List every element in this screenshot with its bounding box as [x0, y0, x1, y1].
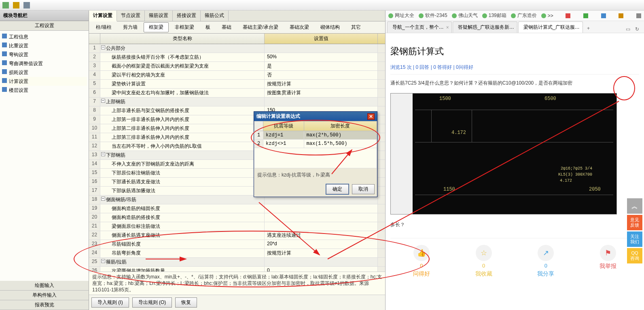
- export-rule-button[interactable]: 导出规则 (O): [132, 297, 172, 308]
- bookmark-item[interactable]: >>: [541, 13, 553, 19]
- toolbar-icon[interactable]: [636, 13, 642, 19]
- browser-tab[interactable]: 导航_一个主页，整个…×: [387, 21, 452, 33]
- cancel-button[interactable]: 取消: [352, 184, 375, 194]
- secondary-tab[interactable]: 基础: [216, 22, 237, 32]
- secondary-tab[interactable]: 非框架梁: [169, 22, 199, 32]
- nav-tree-item[interactable]: 工程信息: [2, 32, 87, 41]
- row-value[interactable]: [265, 258, 378, 266]
- action-我举报[interactable]: ⚑我举报: [600, 245, 616, 278]
- toolbar-icon[interactable]: [618, 13, 624, 19]
- browser-tab[interactable]: 答疑解惑_广联达服务新…×: [453, 21, 517, 33]
- grid-row[interactable]: 26次梁两侧共增加箍筋数量0: [89, 267, 385, 272]
- toolbar-icon[interactable]: [565, 13, 571, 19]
- primary-tab[interactable]: 搭接设置: [173, 11, 201, 21]
- nav-bar-single[interactable]: 单构件输入: [0, 291, 89, 300]
- close-tab-icon[interactable]: ×: [446, 25, 449, 30]
- restore-button[interactable]: 恢复: [175, 297, 197, 308]
- row-value[interactable]: 否: [265, 71, 378, 79]
- nav-tree-item[interactable]: 比重设置: [2, 41, 87, 50]
- row-value[interactable]: [265, 222, 378, 231]
- row-value[interactable]: [265, 204, 378, 213]
- nav-tree-item[interactable]: 弯钩设置: [2, 50, 87, 59]
- row-value[interactable]: 按规范计算: [265, 249, 378, 257]
- action-问得好[interactable]: 👍0问得好: [413, 245, 430, 278]
- nav-tree-item[interactable]: 损耗设置: [2, 68, 87, 77]
- grid-row[interactable]: 2纵筋搭接接头错开百分率（不考虑架立筋）50%: [89, 53, 385, 62]
- grid-row[interactable]: 21梁侧面原位标注筋做法: [89, 222, 385, 231]
- dialog-row[interactable]: 2kzdj<>1max(1.5*h,500): [254, 140, 377, 148]
- expand-icon[interactable]: −: [101, 259, 105, 263]
- follow-button[interactable]: 关注 我们: [627, 231, 642, 247]
- secondary-tab[interactable]: 基础次梁: [284, 22, 314, 32]
- nav-tree-item[interactable]: 计算设置: [2, 77, 87, 86]
- bookmark-item[interactable]: 139邮箱: [482, 12, 506, 19]
- action-我分享[interactable]: ↗0我分享: [537, 245, 554, 278]
- grid-row[interactable]: 19侧面构造筋的锚固长度: [89, 204, 385, 213]
- tool-icon[interactable]: [2, 1, 10, 9]
- row-value[interactable]: 50%: [265, 53, 378, 62]
- grid-row[interactable]: 24吊筋弯折角度按规范计算: [89, 249, 385, 258]
- dlg-cell-length[interactable]: max(1.5*h,500): [304, 140, 377, 148]
- bookmark-item[interactable]: 软件-2345: [418, 12, 447, 19]
- grid-row[interactable]: 20侧面构造筋的搭接长度: [89, 213, 385, 222]
- expand-icon[interactable]: −: [101, 45, 105, 49]
- secondary-tab[interactable]: 板: [200, 22, 216, 32]
- row-value[interactable]: 按图集贯通计算: [265, 89, 378, 97]
- tab-refresh-icon[interactable]: ↻: [633, 25, 641, 33]
- primary-tab[interactable]: 节点设置: [117, 11, 145, 21]
- import-rule-button[interactable]: 导入规则 (I): [91, 297, 129, 308]
- nav-tree-item[interactable]: 弯曲调整值设置: [2, 59, 87, 68]
- nav-bar-draw[interactable]: 绘图输入: [0, 281, 89, 291]
- ok-button[interactable]: 确定: [326, 184, 349, 194]
- bookmark-item[interactable]: 网址大全: [388, 12, 414, 19]
- scroll-top-button[interactable]: ︽: [627, 198, 642, 214]
- secondary-tab[interactable]: 剪力墙: [118, 22, 143, 32]
- row-value[interactable]: 是: [265, 62, 378, 70]
- grid-row[interactable]: 3截面小的框架梁是否以截面大的框架梁为支座是: [89, 62, 385, 71]
- tool-icon[interactable]: [12, 1, 20, 9]
- close-tab-icon[interactable]: ×: [582, 25, 583, 30]
- row-value[interactable]: 20*d: [265, 240, 378, 248]
- tool-icon[interactable]: [23, 1, 31, 9]
- secondary-tab[interactable]: 基础主梁/承台梁: [237, 22, 283, 32]
- secondary-tab[interactable]: 框架梁: [144, 22, 169, 32]
- row-value[interactable]: 遇支座连续通过: [265, 231, 378, 240]
- dlg-cell-seismic[interactable]: kzdj=1: [263, 131, 304, 140]
- close-tab-icon[interactable]: ×: [517, 25, 517, 30]
- expand-icon[interactable]: −: [101, 99, 105, 103]
- dlg-cell-seismic[interactable]: kzdj<>1: [263, 140, 304, 148]
- qq-button[interactable]: QQ 咨询: [627, 248, 642, 263]
- grid-row[interactable]: 22侧面通长筋遇支座做法遇支座连续通过: [89, 231, 385, 240]
- grid-group-row[interactable]: 7−上部钢筋: [89, 98, 385, 106]
- tab-list-icon[interactable]: ▭: [624, 25, 632, 33]
- dlg-cell-length[interactable]: max(2*h,500): [304, 131, 377, 140]
- secondary-tab[interactable]: 柱/墙柱: [91, 22, 117, 32]
- browser-tab[interactable]: 梁钢筋计算式_广联达服…×: [518, 21, 583, 33]
- primary-tab[interactable]: 箍筋公式: [201, 11, 229, 21]
- bookmark-item[interactable]: 佛山天气: [451, 12, 478, 19]
- grid-row[interactable]: 23吊筋锚固长度20*d: [89, 240, 385, 249]
- close-icon[interactable]: ✕: [367, 113, 375, 120]
- nav-tree-item[interactable]: 楼层设置: [2, 86, 87, 95]
- feedback-button[interactable]: 意见 反馈: [627, 215, 642, 230]
- row-value[interactable]: [265, 98, 378, 106]
- new-tab-button[interactable]: +: [584, 24, 593, 33]
- toolbar-icon[interactable]: [583, 13, 589, 19]
- dlg-head-length[interactable]: 加密长度: [304, 121, 377, 131]
- dialog-row[interactable]: 1kzdj=1max(2*h,500): [254, 131, 377, 140]
- grid-row[interactable]: 5梁垫铁计算设置按规范计算: [89, 80, 385, 89]
- expand-icon[interactable]: −: [101, 197, 105, 201]
- row-value[interactable]: [265, 44, 378, 53]
- secondary-tab[interactable]: 其它: [346, 22, 366, 32]
- row-value[interactable]: [265, 213, 378, 222]
- grid-group-row[interactable]: 1−公共部分: [89, 44, 385, 53]
- dialog-titlebar[interactable]: 编辑计算设置表达式 ✕: [254, 112, 377, 121]
- dlg-head-seismic[interactable]: 抗震等级: [263, 121, 304, 131]
- toolbar-icon[interactable]: [601, 13, 606, 19]
- grid-row[interactable]: 4梁以平行相交的墙为支座否: [89, 71, 385, 80]
- nav-bar-project[interactable]: 工程设置: [0, 21, 89, 31]
- action-我收藏[interactable]: ☆0我收藏: [475, 245, 492, 278]
- grid-row[interactable]: 6梁中间支座处左右均有加腋时，加腋钢筋做法按图集贯通计算: [89, 89, 385, 98]
- row-value[interactable]: 0: [265, 267, 378, 272]
- primary-tab[interactable]: 计算设置: [89, 11, 117, 21]
